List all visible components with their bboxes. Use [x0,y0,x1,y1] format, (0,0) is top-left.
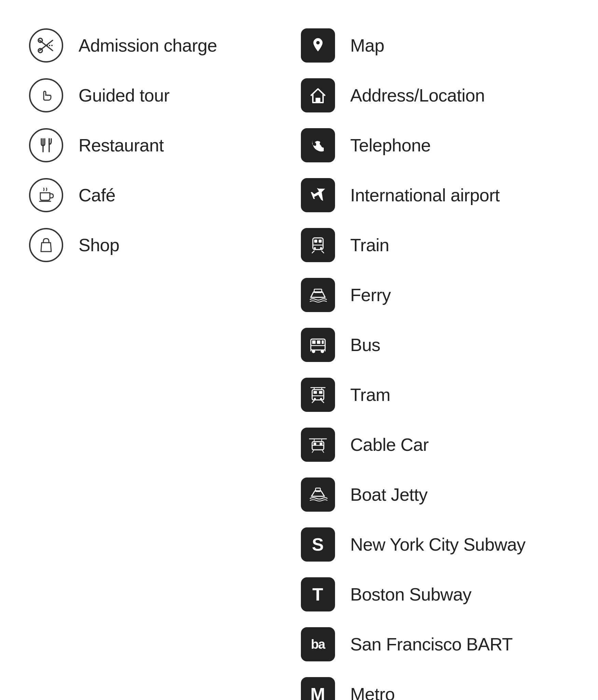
metro-text: M [310,684,325,700]
svg-rect-28 [319,391,322,394]
legend-item-metro: M Metro [299,669,571,700]
international-airport-label: International airport [350,185,500,205]
svg-point-22 [312,350,315,353]
svg-rect-18 [312,340,316,344]
legend-item-map: Map [299,21,571,70]
boat-jetty-icon [301,477,335,512]
svg-line-14 [312,251,314,253]
bus-icon [301,328,335,362]
bus-label: Bus [350,335,380,355]
sf-bart-icon: ba [301,627,335,661]
telephone-label: Telephone [350,135,431,156]
legend-item-guided-tour: Guided tour [27,70,299,120]
svg-point-13 [320,247,322,249]
svg-point-12 [314,247,316,249]
legend-item-ferry: Ferry [299,270,571,320]
cafe-icon [29,178,63,212]
svg-rect-19 [317,340,320,344]
legend-item-boston-subway: T Boston Subway [299,569,571,619]
boston-subway-label: Boston Subway [350,584,472,605]
legend-item-bus: Bus [299,320,571,370]
boat-jetty-label: Boat Jetty [350,484,428,505]
svg-line-15 [322,251,324,253]
international-airport-icon [301,178,335,212]
restaurant-icon [29,128,63,162]
svg-rect-9 [314,240,317,243]
map-icon [301,28,335,63]
legend-item-telephone: Telephone [299,120,571,170]
nyc-subway-text: S [312,534,324,555]
svg-line-44 [312,450,314,453]
nyc-subway-label: New York City Subway [350,534,526,555]
sf-bart-text: ba [311,637,324,652]
shop-label: Shop [79,235,119,255]
metro-label: Metro [350,684,395,700]
legend-item-airport: International airport [299,170,571,220]
admission-charge-label: Admission charge [79,35,217,56]
svg-point-23 [321,350,324,353]
svg-line-45 [322,450,324,453]
ferry-icon [301,278,335,312]
legend-item-shop: Shop [27,220,299,270]
telephone-icon [301,128,335,162]
restaurant-label: Restaurant [79,135,164,156]
tram-label: Tram [350,385,390,405]
guided-tour-label: Guided tour [79,85,169,106]
cable-car-icon [301,428,335,462]
metro-icon: M [301,677,335,700]
right-column: Map Address/Location [299,21,571,700]
svg-point-31 [320,398,322,400]
legend-item-sf-bart: ba San Francisco BART [299,619,571,669]
svg-rect-43 [320,443,322,445]
svg-rect-7 [316,98,320,103]
nyc-subway-icon: S [301,527,335,562]
train-label: Train [350,235,389,255]
svg-rect-10 [319,240,322,243]
legend-item-admission-charge: Admission charge [27,21,299,70]
legend-item-boat-jetty: Boat Jetty [299,470,571,520]
map-label: Map [350,35,385,56]
svg-rect-42 [314,443,316,445]
legend-item-tram: Tram [299,370,571,420]
legend-item-restaurant: Restaurant [27,120,299,170]
svg-line-35 [312,401,314,403]
legend-item-train: Train [299,220,571,270]
legend-item-cafe: Café [27,170,299,220]
svg-rect-20 [322,340,324,344]
ferry-label: Ferry [350,285,391,305]
svg-point-30 [314,398,316,400]
guided-tour-icon [29,78,63,112]
sf-bart-label: San Francisco BART [350,634,513,655]
legend-grid: Admission charge Guided tour [27,21,571,700]
svg-rect-27 [314,391,317,394]
legend-item-cable-car: Cable Car [299,420,571,470]
admission-charge-icon [29,28,63,63]
cable-car-label: Cable Car [350,434,429,455]
left-column: Admission charge Guided tour [27,21,299,700]
legend-item-nyc-subway: S New York City Subway [299,520,571,569]
legend-item-address: Address/Location [299,70,571,120]
boston-subway-icon: T [301,577,335,611]
address-location-icon [301,78,335,112]
cafe-label: Café [79,185,115,205]
address-location-label: Address/Location [350,85,485,106]
shop-icon [29,228,63,262]
train-icon [301,228,335,262]
svg-line-36 [322,401,324,403]
tram-icon [301,378,335,412]
boston-subway-text: T [312,584,323,605]
svg-point-6 [316,41,320,44]
